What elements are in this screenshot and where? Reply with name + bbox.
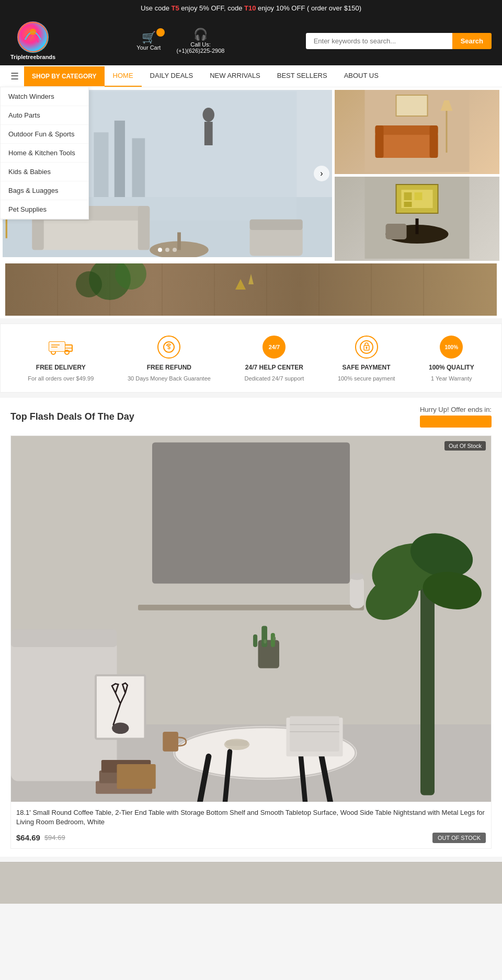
quality-title: 100% QUALITY	[429, 364, 474, 371]
banner-text-after: enjoy 10% OFF ( order over $150)	[258, 4, 361, 12]
cart-label: Your Cart	[136, 44, 161, 51]
phone-icon: 🎧	[193, 28, 208, 41]
countdown-bar	[420, 416, 492, 428]
svg-rect-25	[375, 125, 438, 135]
247-title: 24/7 HELP CENTER	[245, 364, 303, 371]
refund-icon: $	[156, 335, 181, 360]
features-bar: FREE DELIVERY For all orders over $49.99…	[0, 324, 502, 393]
price-current: $64.69	[16, 833, 40, 842]
feature-refund: $ FREE REFUND 30 Days Money Back Guarant…	[128, 335, 211, 382]
nav-bar: ☰ SHOP BY CATEGORY Watch Winders Auto Pa…	[0, 65, 502, 87]
svg-rect-91	[253, 635, 257, 647]
svg-rect-11	[204, 122, 213, 145]
quality-desc: 1 Year Warranty	[431, 375, 472, 382]
logo-text: Tripletreebrands	[10, 54, 55, 60]
cart-area[interactable]: 🛒 Your Cart	[136, 31, 161, 51]
dropdown-item-watch-winders[interactable]: Watch Winders	[1, 87, 88, 106]
phone-area: 🎧 Call Us: (+1)(626)225-2908	[176, 28, 224, 54]
refund-desc: 30 Days Money Back Guarantee	[128, 375, 211, 382]
flash-deals-header: Top Flash Deals Of The Day Hurry Up! Off…	[10, 406, 492, 428]
svg-rect-26	[375, 125, 384, 158]
feature-quality: 100% 100% QUALITY 1 Year Warranty	[429, 335, 474, 382]
top-banner: Use code T5 enjoy 5% OFF, code T10 enjoy…	[0, 0, 502, 16]
hero-dot-3[interactable]	[173, 248, 177, 252]
dropdown-item-pet[interactable]: Pet Supplies	[1, 200, 88, 219]
dropdown-item-home-kitchen[interactable]: Home & Kitchen Tools	[1, 144, 88, 163]
safe-payment-icon: $	[354, 335, 379, 360]
svg-rect-19	[177, 233, 181, 250]
out-of-stock-button[interactable]: OUT OF STOCK	[432, 833, 486, 843]
flash-deals-section: Top Flash Deals Of The Day Hurry Up! Off…	[0, 398, 502, 857]
svg-point-92	[264, 639, 266, 643]
refund-title: FREE REFUND	[147, 364, 191, 371]
svg-point-93	[273, 637, 276, 641]
search-input[interactable]	[306, 33, 452, 49]
svg-rect-73	[152, 443, 350, 584]
product-image: Out Of Stock	[11, 436, 491, 802]
svg-rect-7	[94, 132, 108, 197]
cart-icon: 🛒	[142, 31, 156, 44]
svg-rect-95	[225, 740, 248, 746]
svg-text:$: $	[366, 346, 368, 349]
hero-dot-1[interactable]	[158, 248, 162, 252]
svg-rect-33	[416, 218, 419, 234]
svg-rect-15	[138, 206, 150, 250]
price-original: $94.69	[44, 834, 65, 841]
svg-rect-8	[115, 121, 125, 197]
product-price: $64.69 $94.69	[11, 830, 491, 848]
hurry-up-label: Hurry Up! Offer ends in:	[420, 406, 492, 413]
svg-rect-38	[415, 192, 423, 200]
hero-bottom-strip	[3, 263, 499, 316]
header: Tripletreebrands 🛒 Your Cart 🎧 Call Us: …	[0, 16, 502, 65]
nav-link-best-sellers[interactable]: BEST SELLERS	[269, 65, 336, 87]
delivery-title: FREE DELIVERY	[36, 364, 86, 371]
svg-rect-102	[117, 764, 156, 789]
svg-rect-85	[290, 716, 339, 752]
nav-link-new-arrivals[interactable]: NEW ARRIVALS	[201, 65, 269, 87]
hero-dot-2[interactable]	[165, 248, 169, 252]
search-area: Search	[306, 33, 492, 49]
shop-by-category-button[interactable]: SHOP BY CATEGORY	[24, 66, 105, 86]
out-of-stock-badge: Out Of Stock	[444, 441, 486, 451]
banner-code-t10: T10	[244, 4, 256, 12]
dropdown-item-outdoor[interactable]: Outdoor Fun & Sports	[1, 125, 88, 144]
svg-rect-76	[11, 629, 117, 647]
nav-link-about-us[interactable]: ABOUT US	[336, 65, 387, 87]
svg-rect-96	[163, 732, 178, 752]
search-button[interactable]: Search	[452, 33, 492, 49]
banner-text-between: enjoy 5% OFF, code	[181, 4, 244, 12]
svg-rect-39	[404, 202, 412, 207]
svg-rect-103	[420, 584, 435, 795]
svg-rect-17	[250, 220, 303, 230]
dropdown-item-kids[interactable]: Kids & Babies	[1, 163, 88, 181]
product-title: 18.1' Small Round Coffee Table, 2-Tier E…	[11, 802, 491, 830]
dropdown-item-auto-parts[interactable]: Auto Parts	[1, 106, 88, 125]
delivery-desc: For all orders over $49.99	[28, 375, 94, 382]
cart-badge	[156, 28, 165, 37]
svg-point-10	[203, 108, 215, 122]
svg-rect-89	[261, 626, 267, 648]
hero-side-image-top	[335, 90, 499, 174]
svg-point-52	[76, 271, 102, 297]
header-center: 🛒 Your Cart 🎧 Call Us: (+1)(626)225-2908	[66, 28, 295, 54]
svg-rect-9	[132, 139, 145, 198]
product-card: Out Of Stock	[10, 435, 492, 849]
feature-safe-payment: $ SAFE PAYMENT 100% secure payment	[338, 335, 395, 382]
shop-by-category-label: SHOP BY CATEGORY	[32, 73, 97, 80]
svg-rect-108	[138, 605, 364, 610]
svg-rect-111	[0, 862, 502, 904]
hero-side-images	[335, 90, 499, 261]
delivery-icon	[48, 335, 73, 360]
nav-link-daily-deals[interactable]: DAILY DEALS	[142, 65, 202, 87]
svg-point-110	[350, 573, 364, 580]
phone-label: Call Us:	[190, 41, 211, 48]
phone-number: (+1)(626)225-2908	[176, 48, 224, 54]
hamburger-icon[interactable]: ☰	[10, 71, 19, 82]
nav-link-home[interactable]: HOME	[105, 65, 142, 87]
hero-next-arrow[interactable]: ›	[314, 166, 329, 181]
svg-point-1	[30, 29, 36, 35]
svg-rect-34	[386, 224, 407, 239]
logo-area[interactable]: Tripletreebrands	[10, 21, 55, 60]
svg-point-101	[112, 722, 129, 734]
dropdown-item-bags[interactable]: Bags & Luagges	[1, 181, 88, 200]
